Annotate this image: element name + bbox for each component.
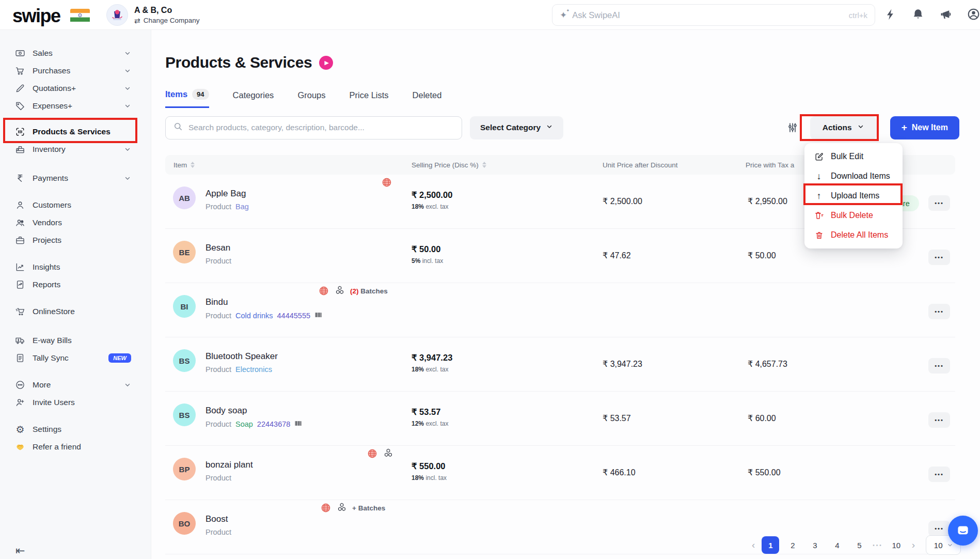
page-button-2[interactable]: 2 (784, 536, 801, 554)
lightning-icon[interactable] (884, 8, 897, 21)
item-category-link[interactable]: Electronics (235, 365, 272, 374)
item-name[interactable]: Besan (206, 243, 231, 253)
item-name[interactable]: bonzai plant (206, 460, 253, 470)
row-actions-button[interactable]: ••• (928, 467, 950, 482)
batches-indicator[interactable]: (2) Batches (350, 287, 388, 295)
item-name[interactable]: Apple Bag (206, 189, 249, 199)
sidebar-item-expenses[interactable]: Expenses+ (0, 97, 151, 115)
filter-sliders-icon[interactable] (786, 121, 799, 134)
batches-cubes-icon (336, 502, 347, 514)
company-switcher[interactable]: A & B, Co ⇄ Change Company (106, 4, 200, 26)
user-profile-icon[interactable] (967, 7, 980, 21)
next-page-chevron[interactable]: › (910, 539, 917, 551)
row-actions-button[interactable]: ••• (928, 412, 950, 428)
selling-price: ₹ 2,500.00 (412, 190, 452, 200)
item-name[interactable]: Body soap (206, 406, 302, 416)
trash-icon (814, 211, 824, 221)
item-category-link[interactable]: Soap (235, 420, 253, 428)
chevron-down-icon (124, 50, 131, 57)
tab-items[interactable]: Items 94 (165, 89, 209, 108)
notifications-bell-icon[interactable] (911, 8, 925, 21)
sidebar-item-products-services[interactable]: Products & Services (0, 123, 151, 141)
product-search-input[interactable] (188, 123, 454, 132)
column-header-item[interactable]: Item (173, 155, 195, 175)
sidebar-item-refer-a-friend[interactable]: Refer a friend (0, 438, 151, 456)
tab-deleted[interactable]: Deleted (413, 89, 442, 108)
keyboard-shortcut-hint: ctrl+k (849, 11, 867, 20)
batches-cubes-icon (383, 448, 394, 459)
pagination-ellipsis[interactable]: ••• (873, 542, 883, 548)
item-category-link[interactable]: Cold drinks (235, 312, 273, 320)
select-category-button[interactable]: Select Category (470, 116, 563, 139)
menu-item-bulk-delete[interactable]: Bulk Delete (804, 206, 903, 225)
row-actions-button[interactable]: ••• (928, 195, 950, 211)
page-button-5[interactable]: 5 (850, 536, 868, 554)
sidebar-item-insights[interactable]: Insights (0, 258, 151, 276)
sidebar-item-onlinestore[interactable]: OnlineStore (0, 303, 151, 320)
sidebar-item-tally-sync[interactable]: Tally Sync NEW (0, 349, 151, 367)
table-row: BI Bindu Product Cold drinks 44445555 (2… (165, 283, 955, 337)
sidebar-item-inventory[interactable]: Inventory (0, 141, 151, 158)
ask-swipeai-search[interactable]: ✦✦ ctrl+k (552, 4, 875, 26)
sidebar-item-payments[interactable]: Payments (0, 169, 151, 187)
add-batches-link[interactable]: + Batches (352, 504, 385, 512)
sort-icon[interactable] (191, 162, 195, 168)
item-name[interactable]: Bindu (206, 297, 322, 307)
selling-price: ₹ 550.00 (412, 461, 447, 471)
sidebar-item-projects[interactable]: Projects (0, 231, 151, 249)
menu-item-bulk-edit[interactable]: Bulk Edit (804, 147, 903, 166)
item-name[interactable]: Bluetooth Speaker (206, 351, 278, 362)
change-company-button[interactable]: ⇄ Change Company (134, 17, 200, 25)
sidebar-item-vendors[interactable]: Vendors (0, 214, 151, 231)
page-button-3[interactable]: 3 (806, 536, 824, 554)
row-actions-button[interactable]: ••• (928, 358, 950, 374)
sidebar-item-eway-bills[interactable]: E-way Bills (0, 332, 151, 349)
product-search[interactable] (165, 116, 462, 139)
row-actions-button[interactable]: ••• (928, 304, 950, 319)
item-type: Product (206, 474, 231, 482)
new-item-button[interactable]: + New Item (890, 116, 959, 139)
item-category-link[interactable]: Bag (235, 203, 249, 211)
menu-item-upload-items[interactable]: ↑ Upload Items (804, 186, 903, 206)
tab-price-lists[interactable]: Price Lists (349, 89, 388, 108)
sidebar-item-sales[interactable]: Sales (0, 44, 151, 62)
page-button-10[interactable]: 10 (888, 536, 905, 554)
new-badge: NEW (108, 353, 131, 363)
sidebar-item-invite-users[interactable]: Invite Users (0, 394, 151, 411)
tab-categories[interactable]: Categories (233, 89, 274, 108)
chevron-down-icon (947, 542, 953, 548)
tab-groups[interactable]: Groups (297, 89, 325, 108)
item-indicators (367, 448, 394, 459)
sort-icon[interactable] (482, 162, 486, 168)
table-row: BS Bluetooth Speaker Product Electronics… (165, 337, 955, 392)
item-name[interactable]: Boost (206, 514, 231, 524)
collapse-sidebar-button[interactable]: ⇤ (15, 544, 25, 557)
column-header-selling-price[interactable]: Selling Price (Disc %) (412, 155, 486, 175)
row-actions-button[interactable]: ••• (928, 521, 950, 536)
tutorial-play-button[interactable]: ▶ (319, 56, 333, 70)
menu-item-download-items[interactable]: ↓ Download Items (804, 166, 903, 186)
page-button-1[interactable]: 1 (762, 536, 779, 554)
sidebar-item-reports[interactable]: Reports (0, 276, 151, 293)
handshake-icon (14, 442, 26, 452)
chart-line-icon (14, 262, 26, 272)
sidebar-item-quotations[interactable]: Quotations+ (0, 80, 151, 97)
previous-page-chevron[interactable]: ‹ (750, 539, 757, 551)
actions-button[interactable]: Actions (810, 116, 877, 139)
selling-price: ₹ 53.57 (412, 407, 448, 417)
sidebar-item-more[interactable]: More (0, 376, 151, 394)
announcements-megaphone-icon[interactable] (939, 7, 953, 21)
page-button-4[interactable]: 4 (828, 536, 846, 554)
person-icon (14, 200, 26, 210)
row-actions-button[interactable]: ••• (928, 250, 950, 265)
sidebar-item-settings[interactable]: ⚙ Settings (0, 421, 151, 438)
ask-swipeai-input[interactable] (572, 10, 843, 20)
support-chat-button[interactable] (948, 516, 978, 546)
sidebar-item-purchases[interactable]: Purchases (0, 62, 151, 80)
swipe-logo[interactable]: swipe (12, 5, 60, 27)
chevron-down-icon (124, 381, 131, 389)
item-indicators: (2) Batches (318, 285, 388, 297)
sidebar-item-customers[interactable]: Customers (0, 196, 151, 214)
banknote-icon (14, 48, 26, 58)
menu-item-delete-all-items[interactable]: Delete All Items (804, 225, 903, 245)
